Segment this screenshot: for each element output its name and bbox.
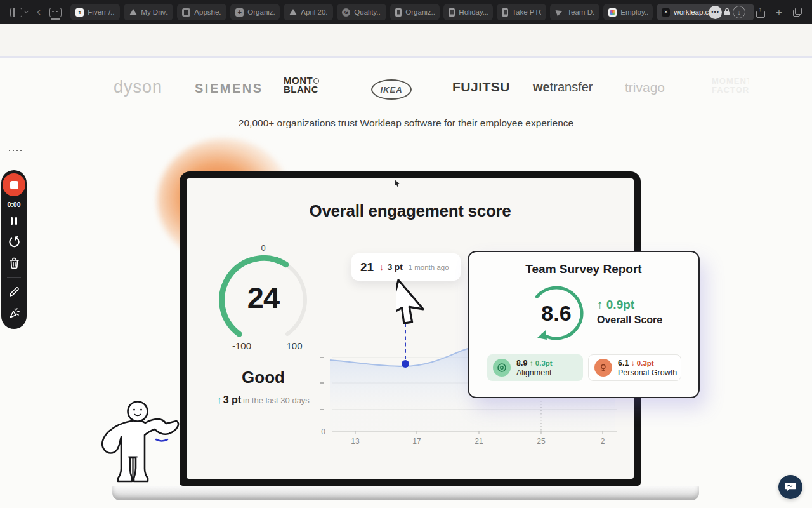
recorder-toolbar: 0:00 xyxy=(1,170,27,329)
metric-value: 6.1 xyxy=(618,359,629,368)
drive-favicon xyxy=(129,8,137,17)
tooltip-value: 21 xyxy=(360,260,374,274)
logo-montblanc-line2: BLANC xyxy=(284,84,318,95)
metric-chip-personal-growth: 6.1 ↓ 0.3pt Personal Growth xyxy=(588,354,681,381)
appsheet-favicon xyxy=(182,8,190,17)
survey-delta-value: 0.9pt xyxy=(606,298,634,311)
extension-icon[interactable] xyxy=(49,8,62,17)
tab-label: Employ... xyxy=(620,8,648,16)
screen: ‹ Fiverr /... My Driv... Appshe... Organ… xyxy=(0,0,812,508)
tab-overview-button[interactable] xyxy=(793,8,802,17)
survey-score-side: ↑ 0.9pt Overall Score xyxy=(597,298,679,326)
workleap-favicon xyxy=(662,8,670,17)
team-survey-card: Team Survey Report 8.6 ↑ 0.9pt Overall S… xyxy=(468,251,700,398)
tab-label: Team D... xyxy=(567,8,594,16)
gauge-delta-value: 3 pt xyxy=(223,394,241,405)
tab-strip: Fiverr /... My Driv... Appshe... Organiz… xyxy=(70,4,700,20)
chart-x-label: 2 xyxy=(601,437,605,446)
chat-widget-button[interactable] xyxy=(778,475,802,499)
doc-favicon xyxy=(395,8,402,17)
tooltip-when: 1 month ago xyxy=(409,264,449,271)
browser-tab-organiz-2[interactable]: Organiz... xyxy=(390,4,440,20)
chevron-down-icon xyxy=(24,9,29,13)
browser-right-controls: ••• ↓ + xyxy=(709,6,802,19)
fiverr-favicon xyxy=(75,8,84,17)
survey-card-title: Team Survey Report xyxy=(469,262,698,276)
gauge-delta-note: in the last 30 days xyxy=(243,396,310,405)
metric-delta: 0.3pt xyxy=(637,359,654,367)
chart-x-label: 17 xyxy=(412,437,421,446)
browser-tab-quality[interactable]: Quality... xyxy=(337,4,386,20)
browser-tab-appsheet[interactable]: Appshe... xyxy=(177,4,226,20)
pause-recording-button[interactable] xyxy=(7,214,21,228)
gauge-min-label: -100 xyxy=(223,340,260,351)
chart-marker-dot xyxy=(402,360,409,368)
new-tab-button[interactable]: + xyxy=(776,7,782,18)
effects-tool-button[interactable] xyxy=(7,306,21,320)
tab-label: April 20... xyxy=(301,8,328,16)
survey-score: 8.6 xyxy=(525,281,588,345)
effects-sparkle-icon xyxy=(8,307,20,319)
browser-tab-my-drive[interactable]: My Driv... xyxy=(124,4,173,20)
gauge-value: 24 xyxy=(216,280,311,315)
lock-icon xyxy=(724,8,730,16)
plane-favicon xyxy=(555,8,563,17)
delete-recording-button[interactable] xyxy=(7,256,21,270)
restart-recording-button[interactable] xyxy=(7,235,21,249)
survey-score-delta: ↑ 0.9pt xyxy=(597,298,679,312)
browser-tab-organiz-1[interactable]: Organiz... xyxy=(230,4,280,20)
pencil-icon xyxy=(8,286,20,298)
logo-wetransfer-rest: transfer xyxy=(550,80,593,94)
browser-tab-holiday[interactable]: Holiday... xyxy=(443,4,493,20)
logo-moment-line2: FACTORY xyxy=(712,85,749,95)
ikea-oval: IKEA xyxy=(371,79,412,100)
chart-tooltip: 21 ↓ 3 pt 1 month ago xyxy=(351,253,461,281)
tab-label: Take PTO xyxy=(512,8,541,16)
restart-icon xyxy=(8,236,20,248)
stop-recording-button[interactable] xyxy=(3,173,25,196)
tab-label: Quality... xyxy=(354,8,381,16)
sidebar-toggle-button[interactable] xyxy=(10,8,28,17)
tab-label: Organiz... xyxy=(405,8,435,16)
small-cursor-icon xyxy=(393,179,401,188)
arrow-up-icon: ↑ xyxy=(530,359,534,367)
chart-x-label: 13 xyxy=(351,437,360,446)
more-menu-button[interactable]: ••• xyxy=(709,6,722,19)
trust-tagline: 20,000+ organizations trust Workleap sof… xyxy=(0,117,812,129)
doc-favicon xyxy=(449,8,455,17)
logo-moment-factory: MOMENT FACTORY xyxy=(712,77,749,94)
share-button[interactable] xyxy=(756,7,765,18)
tab-label: My Driv... xyxy=(141,8,168,16)
browser-tab-april[interactable]: April 20... xyxy=(284,4,333,20)
doc-favicon xyxy=(502,8,508,17)
draw-tool-button[interactable] xyxy=(7,285,21,299)
personal-growth-icon xyxy=(594,359,612,377)
browser-tab-take-pto[interactable]: Take PTO xyxy=(497,4,546,20)
chip-text: 8.9 ↑ 0.3pt Alignment xyxy=(516,359,553,377)
recorder-drag-handle[interactable] xyxy=(8,149,22,154)
arrow-up-icon: ↑ xyxy=(597,298,603,311)
logo-wetransfer-bold: we xyxy=(533,80,550,94)
engagement-title: Overall engagement score xyxy=(187,201,634,221)
back-button[interactable]: ‹ xyxy=(37,5,41,17)
chart-x-label: 25 xyxy=(537,437,546,446)
chip-text: 6.1 ↓ 0.3pt Personal Growth xyxy=(618,359,677,377)
big-cursor-icon xyxy=(396,279,442,331)
trash-icon xyxy=(9,257,20,269)
gauge-status: Good xyxy=(200,368,327,387)
metric-chip-alignment: 8.9 ↑ 0.3pt Alignment xyxy=(487,354,583,381)
tab-label: Appshe... xyxy=(194,8,221,16)
site-navbar xyxy=(0,24,812,56)
logo-trivago: trivago xyxy=(625,80,665,95)
plus-doc-favicon xyxy=(235,8,244,17)
downloads-button[interactable]: ↓ xyxy=(733,6,745,18)
browser-tab-team-d[interactable]: Team D... xyxy=(550,4,599,20)
tab-label: Holiday... xyxy=(459,8,488,16)
survey-score-label: Overall Score xyxy=(597,314,679,326)
gauge-delta-row: ↑3 ptin the last 30 days xyxy=(200,394,327,406)
logo-ikea: IKEA xyxy=(371,79,412,100)
browser-tab-employ[interactable]: Employ... xyxy=(603,4,653,20)
alignment-icon xyxy=(493,359,511,377)
hero-top-strip xyxy=(0,56,812,58)
browser-tab-fiverr[interactable]: Fiverr /... xyxy=(70,4,120,20)
